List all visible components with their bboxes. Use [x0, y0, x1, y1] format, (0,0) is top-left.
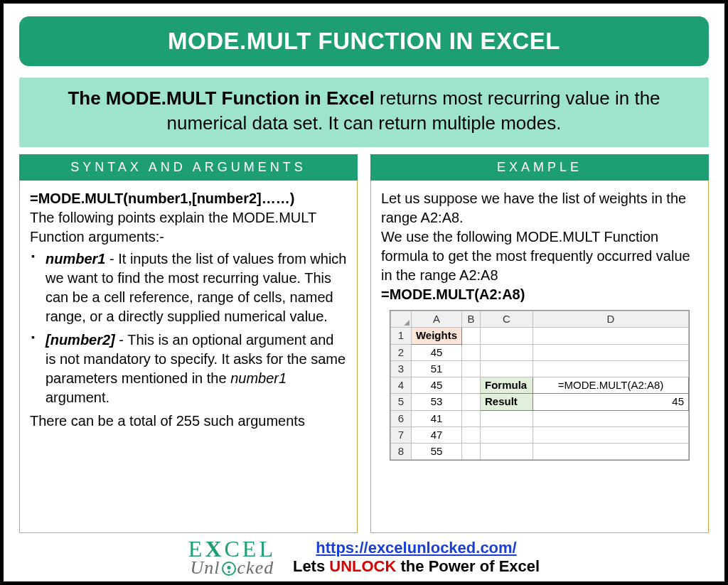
- example-heading: EXAMPLE: [370, 154, 709, 181]
- cell-c7: [481, 426, 533, 443]
- cell-a1: Weights: [411, 328, 461, 344]
- cell-c3: [481, 360, 533, 377]
- row-header: 3: [391, 360, 412, 377]
- cell-a3: 51: [411, 360, 461, 377]
- cell-a8: 55: [411, 444, 461, 460]
- table-row: 4 45 Formula =MODE.MULT(A2:A8): [391, 377, 689, 394]
- col-header-b: B: [462, 311, 481, 328]
- cell-c1: [481, 328, 533, 344]
- col-header-a: A: [411, 311, 461, 328]
- table-row: 7 47: [391, 426, 689, 443]
- table-row: 5 53 Result 45: [391, 394, 689, 410]
- example-body: Let us suppose we have the list of weigh…: [371, 188, 708, 465]
- row-header: 4: [391, 377, 412, 394]
- cell-d2: [533, 344, 689, 360]
- syntax-intro: The following points explain the MODE.MU…: [30, 208, 347, 247]
- cell-c2: [481, 344, 533, 360]
- syntax-arg-1: number1 - It inputs the list of values f…: [46, 249, 347, 326]
- logo: EXCEL Unlcked: [188, 539, 276, 576]
- footer-text: https://excelunlocked.com/ Lets UNLOCK t…: [293, 539, 540, 576]
- cell-d6: [533, 410, 689, 426]
- logo-l2-pre: Unl: [191, 559, 220, 576]
- arg2-tail-after: argument.: [46, 390, 109, 405]
- table-row: 2 45: [391, 344, 689, 360]
- example-p2: We use the following MODE.MULT Function …: [381, 227, 698, 285]
- table-row: 1 Weights: [391, 328, 689, 344]
- row-header: 2: [391, 344, 412, 360]
- cell-a7: 47: [411, 426, 461, 443]
- cell-b4: [462, 377, 481, 394]
- syntax-body: =MODE.MULT(number1,[number2]……) The foll…: [20, 188, 357, 435]
- row-header: 6: [391, 410, 412, 426]
- syntax-formula: =MODE.MULT(number1,[number2]……): [30, 189, 347, 208]
- page-title-banner: MODE.MULT FUNCTION IN EXCEL: [19, 16, 709, 66]
- description-banner: The MODE.MULT Function in Excel returns …: [19, 77, 709, 147]
- tagline-pre: Lets: [293, 557, 329, 575]
- cell-c5: Result: [481, 394, 533, 410]
- cell-a4: 45: [411, 377, 461, 394]
- cell-b6: [462, 410, 481, 426]
- syntax-footer: There can be a total of 255 such argumen…: [30, 412, 347, 431]
- syntax-heading: SYNTAX AND ARGUMENTS: [19, 154, 358, 181]
- cell-d4: =MODE.MULT(A2:A8): [533, 377, 689, 394]
- cell-d3: [533, 360, 689, 377]
- syntax-arg-2: [number2] - This is an optional argument…: [46, 331, 347, 407]
- table-row: 8 55: [391, 444, 689, 460]
- cell-c6: [481, 410, 533, 426]
- cell-b7: [462, 426, 481, 443]
- cell-d7: [533, 426, 689, 443]
- keyhole-icon: [222, 562, 236, 576]
- cell-b1: [462, 328, 481, 344]
- arg2-tail-italic: number1: [230, 370, 287, 386]
- logo-l2-post: cked: [237, 559, 274, 576]
- cell-c8: [481, 444, 533, 460]
- cell-c4: Formula: [481, 377, 533, 394]
- cell-b8: [462, 444, 481, 460]
- tagline-unlock: UNLOCK: [329, 557, 396, 575]
- spreadsheet-table: A B C D 1 Weights 2 45: [390, 311, 689, 460]
- logo-line1: EXCEL: [188, 539, 276, 559]
- table-row: 3 51: [391, 360, 689, 377]
- example-formula: =MODE.MULT(A2:A8): [381, 285, 698, 304]
- spreadsheet: A B C D 1 Weights 2 45: [390, 310, 690, 461]
- cell-d8: [533, 444, 689, 460]
- syntax-args: number1 - It inputs the list of values f…: [30, 249, 347, 407]
- syntax-panel: SYNTAX AND ARGUMENTS =MODE.MULT(number1,…: [19, 156, 358, 533]
- footer-link[interactable]: https://excelunlocked.com/: [316, 539, 516, 557]
- select-all-corner: [391, 311, 412, 328]
- col-header-d: D: [533, 311, 689, 328]
- cell-a2: 45: [411, 344, 461, 360]
- col-header-c: C: [481, 311, 533, 328]
- row-header: 1: [391, 328, 412, 344]
- cell-d1: [533, 328, 689, 344]
- cell-a5: 53: [411, 394, 461, 410]
- arg1-name: number1: [46, 251, 105, 267]
- row-header: 8: [391, 444, 412, 460]
- columns: SYNTAX AND ARGUMENTS =MODE.MULT(number1,…: [19, 156, 709, 533]
- logo-line2: Unlcked: [191, 559, 274, 576]
- cell-b2: [462, 344, 481, 360]
- tagline-post: the Power of Excel: [396, 557, 540, 575]
- arg2-name: [number2]: [46, 332, 115, 348]
- row-header: 5: [391, 394, 412, 410]
- example-panel: EXAMPLE Let us suppose we have the list …: [370, 156, 709, 533]
- table-row: 6 41: [391, 410, 689, 426]
- row-header: 7: [391, 426, 412, 443]
- cell-b3: [462, 360, 481, 377]
- cell-d5: 45: [533, 394, 689, 410]
- description-bold: The MODE.MULT Function in Excel: [68, 87, 374, 109]
- sheet-col-headers: A B C D: [391, 311, 689, 328]
- example-p1: Let us suppose we have the list of weigh…: [381, 189, 698, 227]
- cell-a6: 41: [411, 410, 461, 426]
- cell-b5: [462, 394, 481, 410]
- footer: EXCEL Unlcked https://excelunlocked.com/…: [19, 533, 709, 576]
